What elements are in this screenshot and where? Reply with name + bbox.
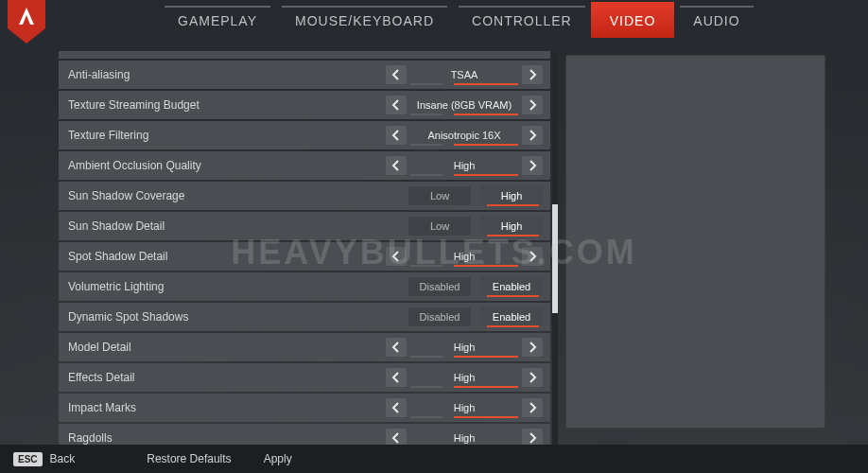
option-value: High xyxy=(407,398,522,417)
option-value: TSAA xyxy=(407,65,522,84)
toggle-option-a[interactable]: Disabled xyxy=(408,277,471,296)
settings-row[interactable]: Impact MarksHigh xyxy=(59,394,550,422)
toggle-option-b[interactable]: Enabled xyxy=(480,307,543,326)
settings-row[interactable]: Sun Shadow CoverageLowHigh xyxy=(59,182,550,210)
scrollbar-track[interactable] xyxy=(552,53,558,446)
setting-label: Anti-aliasing xyxy=(68,68,386,81)
toggle-pair: LowHigh xyxy=(397,217,543,236)
chevron-left-icon[interactable] xyxy=(386,65,407,84)
chevron-left-icon[interactable] xyxy=(386,338,407,357)
tab-audio[interactable]: AUDIO xyxy=(674,2,758,38)
setting-label: Impact Marks xyxy=(68,401,386,414)
tab-mouse-keyboard[interactable]: MOUSE/KEYBOARD xyxy=(276,2,453,38)
game-logo-icon xyxy=(8,0,45,40)
option-stepper: TSAA xyxy=(386,65,543,84)
chevron-left-icon[interactable] xyxy=(386,126,407,145)
option-stepper: High xyxy=(386,247,543,266)
option-stepper: High xyxy=(386,338,543,357)
toggle-option-a[interactable]: Low xyxy=(408,186,471,205)
chevron-right-icon[interactable] xyxy=(522,398,543,417)
chevron-left-icon[interactable] xyxy=(386,247,407,266)
toggle-option-b[interactable]: High xyxy=(480,186,543,205)
setting-label: Ragdolls xyxy=(68,431,386,445)
toggle-pair: LowHigh xyxy=(397,186,543,205)
option-stepper: High xyxy=(386,368,543,387)
option-stepper: Anisotropic 16X xyxy=(386,126,543,145)
chevron-right-icon[interactable] xyxy=(522,156,543,175)
settings-row[interactable]: Effects DetailHigh xyxy=(59,363,550,392)
tab-gameplay[interactable]: GAMEPLAY xyxy=(159,2,276,38)
chevron-left-icon[interactable] xyxy=(386,398,407,417)
scrollbar-thumb[interactable] xyxy=(552,204,558,313)
setting-label: Model Detail xyxy=(68,341,386,354)
setting-label: Ambient Occlusion Quality xyxy=(68,159,386,172)
chevron-right-icon[interactable] xyxy=(522,247,543,266)
settings-row[interactable]: Texture FilteringAnisotropic 16X xyxy=(59,121,550,149)
settings-row[interactable]: Texture Streaming BudgetInsane (8GB VRAM… xyxy=(59,91,550,119)
info-panel xyxy=(565,55,825,429)
chevron-left-icon[interactable] xyxy=(386,368,407,387)
chevron-right-icon[interactable] xyxy=(522,338,543,357)
chevron-right-icon[interactable] xyxy=(522,96,543,114)
tab-controller[interactable]: CONTROLLER xyxy=(453,2,591,38)
footer-bar: ESC Back Restore Defaults Apply xyxy=(0,445,868,473)
toggle-option-a[interactable]: Low xyxy=(408,217,471,236)
toggle-pair: DisabledEnabled xyxy=(397,307,543,326)
chevron-right-icon[interactable] xyxy=(522,65,543,84)
back-label: Back xyxy=(50,452,76,465)
apply-button[interactable]: Apply xyxy=(264,452,292,465)
settings-row[interactable]: Model DetailHigh xyxy=(59,333,550,361)
option-value: High xyxy=(407,247,522,266)
restore-defaults-button[interactable]: Restore Defaults xyxy=(147,452,231,465)
option-stepper: High xyxy=(386,398,543,417)
settings-row[interactable]: Ambient Occlusion QualityHigh xyxy=(59,151,550,180)
tab-video[interactable]: VIDEO xyxy=(591,2,675,38)
option-value: Anisotropic 16X xyxy=(407,126,522,145)
setting-label: Texture Filtering xyxy=(68,129,386,142)
toggle-pair: DisabledEnabled xyxy=(397,277,543,296)
setting-label: Spot Shadow Detail xyxy=(68,250,386,263)
settings-row[interactable]: Anti-aliasingTSAA xyxy=(59,61,550,89)
toggle-option-b[interactable]: High xyxy=(480,217,543,236)
option-value: High xyxy=(407,338,522,357)
setting-label: Volumetric Lighting xyxy=(68,280,397,293)
option-value: High xyxy=(407,156,522,175)
settings-list: Anti-aliasingTSAATexture Streaming Budge… xyxy=(59,40,550,445)
setting-label: Effects Detail xyxy=(68,371,386,384)
esc-key-icon: ESC xyxy=(13,452,43,466)
setting-label: Sun Shadow Detail xyxy=(68,219,397,233)
svg-marker-0 xyxy=(8,0,45,44)
settings-row-clipped xyxy=(59,51,550,59)
settings-row[interactable]: Dynamic Spot ShadowsDisabledEnabled xyxy=(59,303,550,331)
settings-row[interactable]: Sun Shadow DetailLowHigh xyxy=(59,212,550,240)
chevron-left-icon[interactable] xyxy=(386,156,407,175)
settings-row[interactable]: Volumetric LightingDisabledEnabled xyxy=(59,272,550,301)
chevron-right-icon[interactable] xyxy=(522,126,543,145)
toggle-option-b[interactable]: Enabled xyxy=(480,277,543,296)
option-value: Insane (8GB VRAM) xyxy=(407,96,522,114)
chevron-left-icon[interactable] xyxy=(386,96,407,114)
option-stepper: High xyxy=(386,156,543,175)
setting-label: Texture Streaming Budget xyxy=(68,98,386,112)
setting-label: Dynamic Spot Shadows xyxy=(68,310,397,324)
chevron-right-icon[interactable] xyxy=(522,368,543,387)
settings-row[interactable]: Spot Shadow DetailHigh xyxy=(59,242,550,271)
toggle-option-a[interactable]: Disabled xyxy=(408,307,471,326)
header-bar: GAMEPLAY MOUSE/KEYBOARD CONTROLLER VIDEO… xyxy=(0,0,868,40)
back-button[interactable]: ESC Back xyxy=(13,452,75,466)
setting-label: Sun Shadow Coverage xyxy=(68,189,397,202)
option-stepper: Insane (8GB VRAM) xyxy=(386,96,543,114)
option-value: High xyxy=(407,368,522,387)
